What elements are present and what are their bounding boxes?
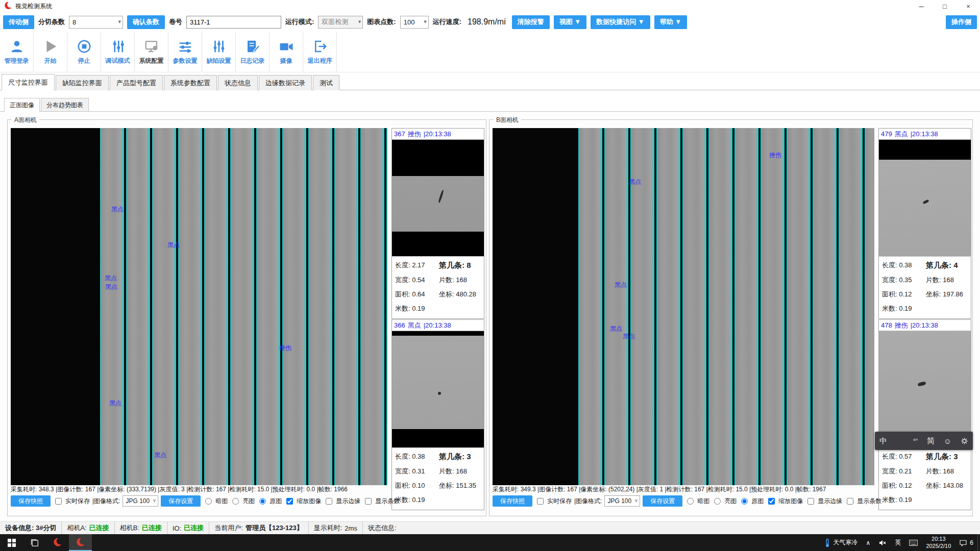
subtab-distribution-chart[interactable]: 分布趋势图表 [41, 98, 89, 112]
camera-a-status-line: 采集耗时: 348.3 |图像计数: 167 |像素坐标: (333,7139)… [11, 485, 389, 494]
slit-count-select[interactable]: 8▾ [69, 16, 123, 29]
task-view-icon[interactable] [23, 534, 46, 551]
stop-button[interactable]: 停止 [67, 32, 101, 72]
image-format-select[interactable]: JPG 100∨ [604, 495, 640, 507]
sliders-horizontal-icon [178, 39, 193, 54]
taskbar-app-icon[interactable] [46, 534, 69, 551]
bright-image-label: 亮图 [724, 497, 737, 506]
chart-points-select[interactable]: 100▾ [400, 16, 429, 29]
original-image-radio[interactable] [259, 498, 266, 505]
current-user-value: 管理员【123-123】 [246, 523, 303, 533]
weather-status[interactable]: 天气寒冷 [820, 534, 862, 551]
exit-program-button[interactable]: 退出程序 [303, 32, 337, 72]
io-conn-label: IO: [173, 524, 181, 532]
clear-alarm-button[interactable]: 清除报警 [512, 15, 550, 29]
defect-time: |20:13:38 [911, 130, 938, 138]
save-settings-button[interactable]: 保存设置 [643, 495, 682, 507]
run-mode-label: 运行模式: [285, 17, 314, 27]
tab-status-info[interactable]: 状态信息 [218, 75, 258, 90]
dark-image-radio[interactable] [687, 498, 694, 505]
show-strips-checkbox[interactable] [847, 498, 853, 505]
zoom-image-checkbox[interactable] [286, 498, 293, 505]
moon-icon[interactable] [896, 437, 904, 445]
log-record-button[interactable]: 日志记录 [236, 32, 270, 72]
defect-type: 挫伤 [408, 130, 421, 139]
operate-side-button[interactable]: 操作侧 [946, 15, 977, 29]
video-capture-button[interactable]: 摄像 [270, 32, 303, 72]
image-format-value: JPG 100 [607, 497, 631, 505]
chevron-down-icon: ▾ [424, 18, 427, 25]
defect-id: 479 [881, 130, 892, 138]
show-strips-checkbox[interactable] [365, 498, 372, 505]
ime-language-indicator[interactable]: 英 [891, 534, 905, 551]
tab-defect-monitor[interactable]: 缺陷监控界面 [56, 75, 109, 90]
tab-size-monitor[interactable]: 尺寸监控界面 [2, 74, 55, 90]
tab-system-param-config[interactable]: 系统参数配置 [164, 75, 217, 90]
show-edges-label: 显示边缘 [818, 497, 842, 506]
drive-side-button[interactable]: 传动侧 [3, 15, 34, 29]
admin-login-button[interactable]: 管理登录 [0, 32, 34, 72]
touch-keyboard-icon[interactable] [905, 534, 922, 551]
meters-value: 0.19 [412, 305, 425, 312]
roll-number-input[interactable] [186, 16, 281, 29]
taskbar-app-icon-active[interactable] [69, 534, 92, 551]
minimize-button[interactable]: ─ [910, 0, 933, 12]
save-snapshot-button[interactable]: 保存快照 [11, 495, 51, 507]
strip-value: 3 [467, 452, 471, 461]
show-edges-checkbox[interactable] [807, 498, 814, 505]
data-quick-access-button[interactable]: 数据快捷访问 ▼ [591, 15, 650, 29]
bright-image-radio[interactable] [714, 498, 721, 505]
save-snapshot-button[interactable]: 保存快照 [493, 495, 532, 507]
close-button[interactable]: × [957, 0, 980, 12]
tab-test[interactable]: 测试 [313, 75, 339, 90]
sliders-vertical-icon [211, 39, 227, 54]
bright-image-radio[interactable] [232, 498, 239, 505]
start-button[interactable]: 开始 [34, 32, 67, 72]
taskbar-clock[interactable]: 20:13 2025/2/10 [922, 534, 955, 551]
defect-card[interactable]: 366 黑点 |20:13:38 长度: 0.38 第几条: 3 宽度: 0.3… [391, 319, 484, 510]
camera-b-title: B面相机 [494, 116, 521, 124]
defect-card[interactable]: 478 挫伤 |20:13:38 长度: 0.57 第几条: 3 宽度: 0.2… [878, 319, 971, 510]
run-mode-select[interactable]: 双面检测▾ [318, 16, 363, 29]
image-format-select[interactable]: JPG 100∨ [122, 495, 158, 507]
notification-center-button[interactable]: 6 [955, 534, 977, 551]
parameter-settings-button[interactable]: 参数设置 [168, 32, 202, 72]
show-desktop-button[interactable] [977, 534, 980, 551]
help-menu-button[interactable]: 帮助 ▼ [654, 15, 687, 29]
gear-icon[interactable] [961, 437, 968, 445]
tray-expand-caret[interactable]: ∧ [862, 534, 875, 551]
width-value: 0.35 [899, 276, 912, 284]
volume-muted-icon[interactable] [874, 534, 891, 551]
defect-card[interactable]: 367 挫伤 |20:13:38 长度: 2.17 第几条: 8 宽度: 0.5… [391, 128, 484, 319]
realtime-save-checkbox[interactable] [55, 498, 62, 505]
defect-settings-button[interactable]: 缺陷设置 [202, 32, 236, 72]
emoji-icon[interactable]: ☺ [944, 437, 951, 445]
camera-b-conn-value: 已连接 [142, 523, 162, 533]
debug-mode-button[interactable]: 调试模式 [101, 32, 135, 72]
ime-mode-toggle[interactable]: 中 [879, 436, 887, 446]
show-edges-checkbox[interactable] [326, 498, 332, 505]
tab-edge-data-record[interactable]: 边缘数据记录 [259, 75, 312, 90]
camera-b-conn-label: 相机B: [120, 523, 139, 533]
app-logo-icon [4, 2, 12, 10]
start-button[interactable] [0, 534, 23, 551]
view-menu-button[interactable]: 视图 ▼ [554, 15, 586, 29]
zoom-image-checkbox[interactable] [768, 498, 775, 505]
image-format-label: |图像格式: [92, 497, 120, 506]
realtime-save-checkbox[interactable] [537, 498, 544, 505]
system-config-button[interactable]: 系统配置 [135, 32, 168, 72]
original-image-radio[interactable] [741, 498, 748, 505]
defect-card[interactable]: 479 黑点 |20:13:38 长度: 0.38 第几条: 4 宽度: 0.3… [878, 128, 971, 319]
ime-simplified-toggle[interactable]: 简 [927, 436, 935, 446]
ime-punctuation-toggle[interactable]: °’ [913, 437, 918, 445]
save-settings-button[interactable]: 保存设置 [161, 495, 201, 507]
zoom-image-label: 缩放图像 [778, 497, 803, 506]
confirm-count-button[interactable]: 确认条数 [127, 15, 165, 29]
tab-product-model-config[interactable]: 产品型号配置 [110, 75, 163, 90]
restore-button[interactable]: □ [933, 0, 957, 12]
dark-image-radio[interactable] [205, 498, 212, 505]
subtab-front-image[interactable]: 正面图像 [4, 98, 40, 112]
defect-type: 挫伤 [895, 321, 908, 330]
dark-image-label: 暗图 [697, 497, 709, 506]
length-value: 0.38 [412, 453, 425, 460]
